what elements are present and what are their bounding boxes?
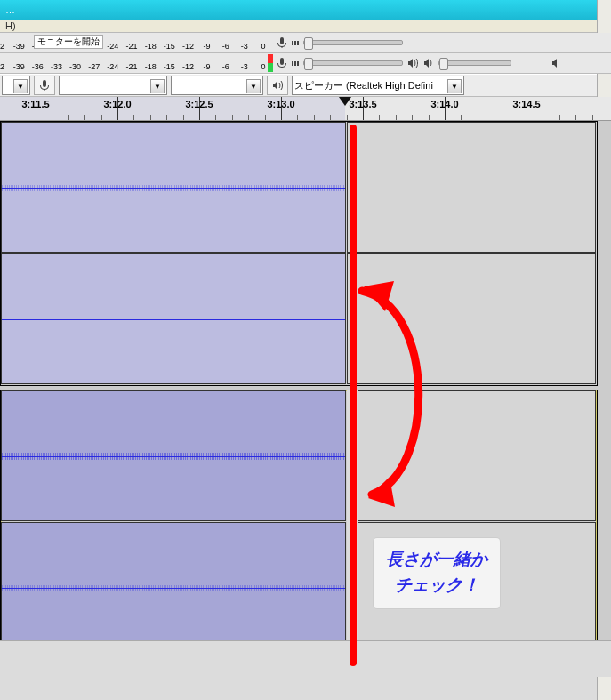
clip-1-tail-right[interactable] xyxy=(347,253,596,384)
device-toolbar: ▼ ▼ ▼ スピーカー (Realtek High Defini ▼ xyxy=(0,74,611,97)
start-monitoring-tooltip[interactable]: モニターを開始 xyxy=(34,35,103,49)
chevron-down-icon: ▼ xyxy=(447,79,462,93)
clip-2-tail-left[interactable] xyxy=(358,390,596,521)
speaker-icon xyxy=(267,76,288,95)
chevron-down-icon: ▼ xyxy=(246,79,261,93)
speaker-icon xyxy=(422,57,435,69)
playback-meter-peak xyxy=(268,54,273,72)
clip-1-right[interactable] xyxy=(1,253,346,384)
playback-meter-scale: 42-39-36-33-30-27-24-21-18-15-12-9-6-30 xyxy=(0,53,263,73)
output-device-value: スピーカー (Realtek High Defini xyxy=(294,79,433,93)
chevron-down-icon: ▼ xyxy=(13,79,28,93)
rec-volume-slider[interactable] xyxy=(303,60,403,66)
menubar-text: H) xyxy=(5,20,16,31)
titlebar[interactable]: … xyxy=(0,0,611,20)
audio-host-select[interactable]: ▼ xyxy=(2,76,30,95)
mixer-menu-button[interactable] xyxy=(292,61,300,66)
menubar-fragment[interactable]: H) xyxy=(0,20,611,33)
speaker-icon xyxy=(551,57,563,69)
recording-meter-bar[interactable]: 42-39-36-33-30-27-24-21-18-15-12-9-6-30 … xyxy=(0,33,611,53)
annotation-line2: チェック！ xyxy=(386,573,487,599)
mic-menu-button[interactable] xyxy=(292,41,300,45)
annotation-text-box: 長さが一緒か チェック！ xyxy=(374,538,500,608)
playback-meter-bar[interactable]: 42-39-36-33-30-27-24-21-18-15-12-9-6-30 xyxy=(0,53,611,74)
mic-slider[interactable] xyxy=(303,40,403,45)
track-1[interactable] xyxy=(0,121,598,386)
output-device-select[interactable]: スピーカー (Realtek High Defini ▼ xyxy=(292,76,464,95)
gap-region xyxy=(347,390,358,654)
annotation-line1: 長さが一緒か xyxy=(386,547,487,573)
speaker-icon xyxy=(406,57,419,69)
play-volume-slider[interactable] xyxy=(438,60,511,66)
input-device-select[interactable]: ▼ xyxy=(59,76,167,95)
mic-icon xyxy=(34,76,55,95)
channel-select[interactable]: ▼ xyxy=(171,76,263,95)
mic-icon xyxy=(276,36,288,49)
clip-1-left[interactable] xyxy=(1,122,346,253)
timeline-ruler[interactable]: 3:11.53:12.03:12.53:13.03:13.53:14.03:14… xyxy=(0,97,611,121)
title-text: … xyxy=(5,4,15,15)
clip-2-right[interactable] xyxy=(1,522,346,653)
chevron-down-icon: ▼ xyxy=(150,79,165,93)
mic-icon xyxy=(276,57,288,69)
track-area[interactable] xyxy=(0,121,611,677)
track-area-footer xyxy=(0,640,611,677)
track-2-selected[interactable] xyxy=(0,390,598,655)
app-window: … H) 42-39-36-33-30-27-24-21-18-15-12-9-… xyxy=(0,0,611,700)
clip-2-left[interactable] xyxy=(1,390,346,521)
clip-1-tail-left[interactable] xyxy=(347,122,596,253)
